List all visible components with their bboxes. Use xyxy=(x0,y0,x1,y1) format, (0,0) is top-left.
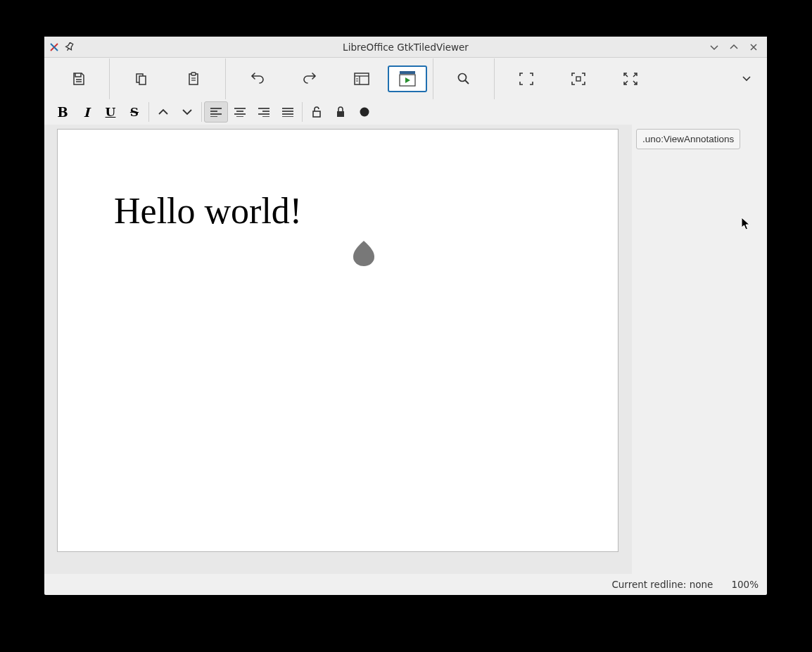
side-panel: .uno:ViewAnnotations xyxy=(632,125,767,574)
minimize-button[interactable] xyxy=(708,41,721,54)
status-bar: Current redline: none 100% xyxy=(44,574,767,595)
view-annotations-button[interactable]: .uno:ViewAnnotations xyxy=(636,129,740,149)
svg-rect-35 xyxy=(337,111,344,117)
window-controls xyxy=(708,41,767,54)
align-center-button[interactable] xyxy=(228,101,252,123)
svg-line-16 xyxy=(465,80,469,84)
svg-rect-5 xyxy=(191,73,196,75)
svg-point-15 xyxy=(459,73,467,81)
save-button[interactable] xyxy=(54,62,103,96)
svg-point-36 xyxy=(360,108,369,117)
document-scroll-area[interactable]: Hello world! xyxy=(44,125,632,574)
italic-button[interactable]: I xyxy=(75,101,99,123)
separator xyxy=(302,102,303,122)
close-button[interactable] xyxy=(747,41,760,54)
app-icon xyxy=(49,42,60,53)
zoom-in-button[interactable] xyxy=(604,62,656,96)
bold-button[interactable]: B xyxy=(51,101,75,123)
align-left-button[interactable] xyxy=(204,101,228,123)
search-button[interactable] xyxy=(439,62,488,96)
move-up-button[interactable] xyxy=(151,101,175,123)
play-button[interactable] xyxy=(388,65,427,92)
strikethrough-button[interactable]: S xyxy=(122,101,146,123)
maximize-button[interactable] xyxy=(728,41,740,54)
zoom-fit-button[interactable] xyxy=(500,62,552,96)
document-text[interactable]: Hello world! xyxy=(114,193,562,230)
svg-rect-13 xyxy=(400,71,415,74)
redline-status: Current redline: none xyxy=(611,579,713,590)
main-toolbar xyxy=(44,58,767,99)
svg-rect-34 xyxy=(313,111,320,117)
svg-rect-3 xyxy=(139,76,146,84)
record-button[interactable] xyxy=(353,101,376,123)
text-cursor-handle-icon[interactable] xyxy=(352,239,376,266)
align-justify-button[interactable] xyxy=(276,101,300,123)
copy-button[interactable] xyxy=(115,62,167,96)
titlebar-left xyxy=(44,42,75,53)
section-button[interactable] xyxy=(336,62,388,96)
window-title: LibreOffice GtkTiledViewer xyxy=(44,42,767,53)
pin-icon[interactable] xyxy=(64,42,75,53)
paste-button[interactable] xyxy=(167,62,220,96)
move-down-button[interactable] xyxy=(175,101,199,123)
separator xyxy=(433,58,433,99)
underline-button[interactable]: U xyxy=(99,101,122,123)
lock-button[interactable] xyxy=(329,101,353,123)
document-page[interactable]: Hello world! xyxy=(57,129,618,552)
align-right-button[interactable] xyxy=(252,101,276,123)
separator xyxy=(494,58,495,99)
unlock-button[interactable] xyxy=(305,101,329,123)
menu-dropdown-button[interactable] xyxy=(736,62,757,96)
format-toolbar: B I U S xyxy=(44,99,767,125)
undo-button[interactable] xyxy=(231,62,284,96)
separator xyxy=(225,58,226,99)
redo-button[interactable] xyxy=(284,62,336,96)
svg-rect-17 xyxy=(576,77,581,81)
zoom-level: 100% xyxy=(731,579,759,590)
separator xyxy=(148,102,149,122)
content-area: Hello world! .uno:ViewAnnotations xyxy=(44,125,767,574)
zoom-page-button[interactable] xyxy=(552,62,604,96)
titlebar: LibreOffice GtkTiledViewer xyxy=(44,37,767,58)
separator xyxy=(201,102,202,122)
application-window: LibreOffice GtkTiledViewer xyxy=(44,37,767,595)
separator xyxy=(109,58,110,99)
